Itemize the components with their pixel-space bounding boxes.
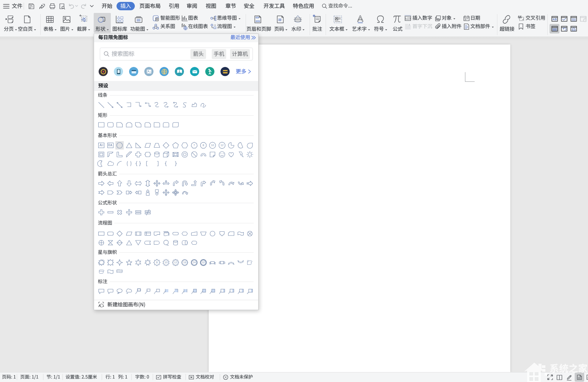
svg-text:24: 24	[193, 261, 196, 264]
svg-text:8: 8	[203, 144, 204, 146]
svg-text:10: 10	[165, 261, 168, 264]
svg-text:16: 16	[183, 261, 186, 264]
svg-text:10: 10	[211, 144, 214, 146]
svg-text:12: 12	[220, 144, 224, 146]
svg-text:7: 7	[193, 144, 195, 146]
svg-text:12: 12	[174, 261, 177, 264]
svg-text:8: 8	[156, 261, 158, 264]
svg-text:32: 32	[202, 261, 205, 264]
